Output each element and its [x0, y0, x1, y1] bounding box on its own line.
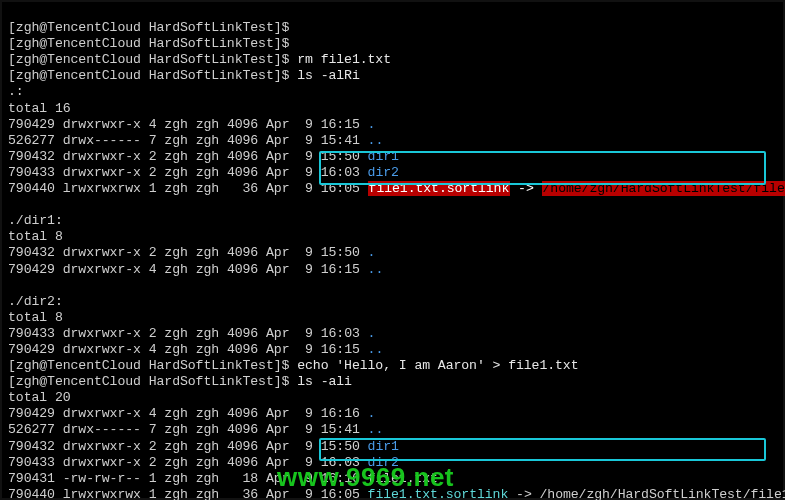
- listing-total: total 16: [8, 101, 71, 116]
- ls-row-broken-link: 790440 lrwxrwxrwx 1 zgh zgh 36 Apr 9 16:…: [8, 181, 785, 196]
- command-text: echo 'Hello, I am Aaron' > file1.txt: [297, 358, 578, 373]
- ls-row: 526277 drwx------ 7 zgh zgh 4096 Apr 9 1…: [8, 133, 383, 148]
- listing-header: ./dir2:: [8, 294, 63, 309]
- ls-row: 790429 drwxrwxr-x 4 zgh zgh 4096 Apr 9 1…: [8, 117, 375, 132]
- terminal-window[interactable]: [zgh@TencentCloud HardSoftLinkTest]$ [zg…: [2, 2, 783, 498]
- ls-row: 790432 drwxrwxr-x 2 zgh zgh 4096 Apr 9 1…: [8, 439, 399, 454]
- symlink-target: /home/zgh/HardSoftLinkTest/file1.txt: [540, 487, 785, 500]
- broken-symlink-name: file1.txt.sortlink: [368, 181, 511, 196]
- listing-header: ./dir1:: [8, 213, 63, 228]
- ls-row: 526277 drwx------ 7 zgh zgh 4096 Apr 9 1…: [8, 422, 383, 437]
- ls-row: 790429 drwxrwxr-x 4 zgh zgh 4096 Apr 9 1…: [8, 342, 383, 357]
- prompt-line: [zgh@TencentCloud HardSoftLinkTest]$ ls …: [8, 68, 360, 83]
- listing-header: .:: [8, 84, 24, 99]
- ls-row: 790429 drwxrwxr-x 4 zgh zgh 4096 Apr 9 1…: [8, 406, 375, 421]
- ls-row: 790433 drwxrwxr-x 2 zgh zgh 4096 Apr 9 1…: [8, 326, 375, 341]
- ls-row: 790431 -rw-rw-r-- 1 zgh zgh 18 Apr 9 16:…: [8, 471, 438, 486]
- command-text: rm file1.txt: [297, 52, 391, 67]
- prompt-line: [zgh@TencentCloud HardSoftLinkTest]$: [8, 20, 289, 35]
- prompt-line: [zgh@TencentCloud HardSoftLinkTest]$ rm …: [8, 52, 391, 67]
- ls-row-symlink: 790440 lrwxrwxrwx 1 zgh zgh 36 Apr 9 16:…: [8, 487, 785, 500]
- command-text: ls -alRi: [297, 68, 360, 83]
- ls-row: 790429 drwxrwxr-x 4 zgh zgh 4096 Apr 9 1…: [8, 262, 383, 277]
- ls-row: 790433 drwxrwxr-x 2 zgh zgh 4096 Apr 9 1…: [8, 165, 399, 180]
- listing-total: total 8: [8, 229, 63, 244]
- symlink-name: file1.txt.sortlink: [368, 487, 509, 500]
- prompt-line: [zgh@TencentCloud HardSoftLinkTest]$ ls …: [8, 374, 352, 389]
- listing-total: total 8: [8, 310, 63, 325]
- listing-total: total 20: [8, 390, 71, 405]
- prompt-line: [zgh@TencentCloud HardSoftLinkTest]$: [8, 36, 289, 51]
- broken-symlink-target: /home/zgh/HardSoftLinkTest/file1.txt: [542, 181, 785, 196]
- ls-row: 790432 drwxrwxr-x 2 zgh zgh 4096 Apr 9 1…: [8, 245, 375, 260]
- ls-row: 790432 drwxrwxr-x 2 zgh zgh 4096 Apr 9 1…: [8, 149, 399, 164]
- prompt-line: [zgh@TencentCloud HardSoftLinkTest]$ ech…: [8, 358, 579, 373]
- ls-row: 790433 drwxrwxr-x 2 zgh zgh 4096 Apr 9 1…: [8, 455, 399, 470]
- command-text: ls -ali: [297, 374, 352, 389]
